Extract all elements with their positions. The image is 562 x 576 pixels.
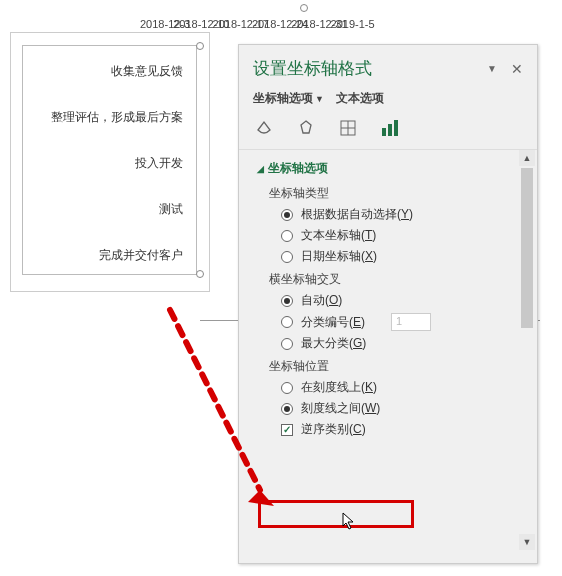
pos-between-tick[interactable]: 刻度线之间(W) — [281, 400, 523, 417]
cross-max[interactable]: 最大分类(G) — [281, 335, 523, 352]
reverse-order-checkbox[interactable]: 逆序类别(C) — [281, 421, 523, 438]
category-item: 整理评估，形成最后方案 — [0, 94, 195, 140]
category-item: 收集意见反馈 — [0, 48, 195, 94]
category-item: 测试 — [0, 186, 195, 232]
size-icon[interactable] — [337, 117, 359, 139]
axis-type-text[interactable]: 文本坐标轴(T) — [281, 227, 523, 244]
category-axis[interactable]: 收集意见反馈 整理评估，形成最后方案 投入开发 测试 完成并交付客户 — [0, 48, 195, 278]
radio-icon — [281, 230, 293, 242]
cross-category-input[interactable]: 1 — [391, 313, 431, 331]
axis-type-date[interactable]: 日期坐标轴(X) — [281, 248, 523, 265]
cross-category[interactable]: 分类编号(E) 1 — [281, 313, 523, 331]
cross-auto[interactable]: 自动(O) — [281, 292, 523, 309]
tab-text-options[interactable]: 文本选项 — [336, 90, 384, 107]
effects-icon[interactable] — [295, 117, 317, 139]
tab-axis-options[interactable]: 坐标轴选项▼ — [253, 90, 324, 107]
pane-title: 设置坐标轴格式 — [253, 57, 372, 80]
scrollbar[interactable]: ▲ ▼ — [519, 150, 535, 550]
radio-icon — [281, 251, 293, 263]
category-item: 完成并交付客户 — [0, 232, 195, 278]
selection-handle[interactable] — [300, 4, 308, 12]
svg-rect-5 — [388, 124, 392, 136]
selection-handle[interactable] — [196, 270, 204, 278]
radio-icon — [281, 382, 293, 394]
axis-position-label: 坐标轴位置 — [269, 358, 523, 375]
axis-cross-label: 横坐标轴交叉 — [269, 271, 523, 288]
axis-type-auto[interactable]: 根据数据自动选择(Y) — [281, 206, 523, 223]
scroll-up-icon[interactable]: ▲ — [519, 150, 535, 166]
chart-icon[interactable] — [379, 117, 401, 139]
icon-tabs — [239, 115, 537, 150]
radio-icon — [281, 295, 293, 307]
date-axis: 2018-12-3 2018-12-10 2018-12-17 2018-12-… — [140, 18, 540, 30]
checkbox-icon — [281, 424, 293, 436]
pane-header: 设置坐标轴格式 ▼ ✕ — [239, 45, 537, 86]
svg-rect-4 — [382, 128, 386, 136]
selection-handle[interactable] — [196, 42, 204, 50]
scroll-thumb[interactable] — [521, 168, 533, 328]
scroll-down-icon[interactable]: ▼ — [519, 534, 535, 550]
format-axis-pane: 设置坐标轴格式 ▼ ✕ 坐标轴选项▼ 文本选项 ◢坐标轴选项 坐标轴类型 根据数… — [238, 44, 538, 564]
close-icon[interactable]: ✕ — [511, 61, 523, 77]
svg-marker-0 — [301, 121, 311, 133]
group-axis-options[interactable]: ◢坐标轴选项 — [257, 160, 523, 177]
category-item: 投入开发 — [0, 140, 195, 186]
radio-icon — [281, 403, 293, 415]
pane-tabs: 坐标轴选项▼ 文本选项 — [239, 86, 537, 115]
svg-rect-6 — [394, 120, 398, 136]
axis-type-label: 坐标轴类型 — [269, 185, 523, 202]
radio-icon — [281, 316, 293, 328]
pane-menu-icon[interactable]: ▼ — [487, 63, 497, 74]
pane-body: ◢坐标轴选项 坐标轴类型 根据数据自动选择(Y) 文本坐标轴(T) 日期坐标轴(… — [239, 150, 537, 550]
pos-on-tick[interactable]: 在刻度线上(K) — [281, 379, 523, 396]
fill-icon[interactable] — [253, 117, 275, 139]
radio-icon — [281, 209, 293, 221]
radio-icon — [281, 338, 293, 350]
